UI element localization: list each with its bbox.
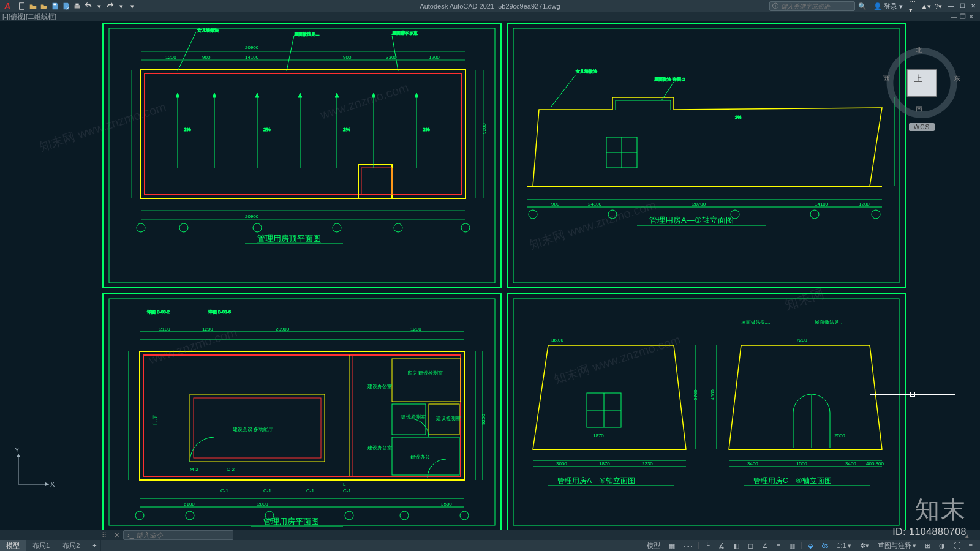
- qat-dropdown-icon[interactable]: ▾: [94, 1, 104, 11]
- new-icon[interactable]: [17, 1, 27, 11]
- viewport-label[interactable]: [-][俯视][二维线框]: [2, 12, 56, 21]
- doc-close-button[interactable]: ✕: [968, 13, 974, 21]
- svg-text:2%: 2%: [184, 127, 191, 132]
- svg-text:屋面做法见…: 屋面做法见…: [294, 32, 320, 37]
- svg-line-65: [551, 75, 576, 107]
- cmdline-close-icon[interactable]: ✕: [114, 531, 119, 539]
- cmd-recent-icon[interactable]: ▴: [965, 531, 980, 539]
- svg-text:2%: 2%: [263, 127, 271, 132]
- doc-restore-button[interactable]: ❐: [960, 13, 966, 21]
- svg-text:2%: 2%: [343, 127, 350, 132]
- svg-text:400 800: 400 800: [866, 461, 884, 467]
- svg-text:M-2: M-2: [190, 467, 198, 472]
- maximize-button[interactable]: ☐: [957, 1, 968, 12]
- svg-text:建设检测室: 建设检测室: [435, 416, 461, 421]
- svg-text:3500: 3500: [441, 501, 452, 507]
- svg-text:1200: 1200: [859, 201, 870, 207]
- close-button[interactable]: ✕: [968, 1, 979, 12]
- a360-icon[interactable]: ▲▾: [921, 1, 931, 11]
- help-search[interactable]: ⓘ: [769, 1, 855, 11]
- save-icon[interactable]: [50, 1, 60, 11]
- ortho-icon[interactable]: └: [701, 540, 714, 551]
- drawing-canvas[interactable]: 2%2%2%2% 20900 12009001410090033001200 2…: [0, 21, 980, 530]
- svg-text:C-1: C-1: [306, 488, 314, 493]
- qat-dropdown2-icon[interactable]: ▾: [116, 1, 126, 11]
- app-exchange-icon[interactable]: ⋯▾: [909, 1, 919, 11]
- svg-text:库房 建设检测室: 库房 建设检测室: [407, 370, 443, 376]
- svg-text:1870: 1870: [599, 461, 610, 467]
- workspace-label[interactable]: 草图与注释 ▾: [874, 540, 920, 551]
- layout-tab-add[interactable]: +: [86, 540, 101, 551]
- svg-rect-11: [513, 299, 899, 525]
- command-input[interactable]: [136, 531, 222, 539]
- svg-text:20900: 20900: [276, 326, 290, 332]
- layout-tab-model[interactable]: 模型: [0, 540, 26, 551]
- selection-cycling-icon[interactable]: ⬙: [804, 540, 816, 551]
- svg-text:建设办公室: 建设办公室: [367, 384, 392, 389]
- svg-text:女儿墙做法: 女儿墙做法: [197, 28, 219, 33]
- svg-text:1200: 1200: [202, 326, 213, 332]
- svg-text:1870: 1870: [593, 433, 604, 438]
- viewcube-top[interactable]: 上: [914, 73, 922, 84]
- user-icon: 👤: [873, 2, 882, 10]
- svg-rect-13: [145, 73, 462, 195]
- help-search-input[interactable]: [781, 3, 852, 10]
- svg-text:14100: 14100: [815, 201, 829, 207]
- command-input-box[interactable]: ›_: [123, 530, 233, 540]
- snap-icon[interactable]: ∷∷: [680, 540, 696, 551]
- svg-text:详图 B-03-2: 详图 B-03-2: [147, 310, 170, 314]
- open-icon[interactable]: [28, 1, 38, 11]
- svg-text:20900: 20900: [245, 214, 259, 219]
- viewcube[interactable]: 北 南 西 东 上 WCS: [882, 45, 962, 131]
- svg-text:门厅: 门厅: [152, 415, 157, 425]
- svg-text:2%: 2%: [735, 115, 741, 119]
- polar-icon[interactable]: ∡: [715, 540, 728, 551]
- minimize-button[interactable]: —: [946, 1, 957, 12]
- svg-text:建设办公室: 建设办公室: [367, 445, 392, 451]
- layout-tab-layout1[interactable]: 布局1: [26, 540, 56, 551]
- svg-text:1200: 1200: [429, 54, 440, 60]
- otrack-icon[interactable]: ∠: [758, 540, 772, 551]
- svg-text:3400: 3400: [845, 461, 856, 467]
- svg-text:C-1: C-1: [343, 488, 351, 493]
- undo-icon[interactable]: [83, 1, 93, 11]
- svg-text:5700: 5700: [693, 389, 698, 400]
- svg-text:屋面做法见…: 屋面做法见…: [815, 320, 844, 325]
- search-icon[interactable]: 🔍: [858, 1, 867, 11]
- transparency-icon[interactable]: ▥: [785, 540, 799, 551]
- wcs-badge[interactable]: WCS: [909, 123, 935, 131]
- grid-icon[interactable]: ▦: [665, 540, 679, 551]
- svg-rect-4: [103, 23, 501, 288]
- svg-point-122: [460, 511, 469, 520]
- lineweight-icon[interactable]: ≡: [773, 540, 784, 551]
- svg-text:3400: 3400: [747, 461, 758, 467]
- clean-screen-icon[interactable]: ⛶: [950, 540, 964, 551]
- cmdline-handle-icon[interactable]: ⠿: [98, 531, 110, 539]
- login-button[interactable]: 👤 登录 ▾: [870, 2, 907, 11]
- anno-scale[interactable]: 1:1 ▾: [833, 540, 854, 551]
- doc-minimize-button[interactable]: —: [951, 13, 957, 21]
- svg-text:屋面做法见…: 屋面做法见…: [741, 320, 771, 325]
- svg-point-43: [253, 223, 262, 232]
- osnap-icon[interactable]: ◻: [744, 540, 757, 551]
- model-space-toggle[interactable]: 模型: [643, 540, 664, 551]
- hardware-accel-icon[interactable]: ⊞: [921, 540, 934, 551]
- redo-icon[interactable]: [105, 1, 115, 11]
- saveas-icon[interactable]: [61, 1, 71, 11]
- viewcube-s: 南: [916, 104, 922, 113]
- svg-text:C-1: C-1: [221, 488, 228, 493]
- annotation-monitor-icon[interactable]: 🙵: [818, 540, 832, 551]
- plot-icon[interactable]: [72, 1, 82, 11]
- svg-text:7200: 7200: [796, 337, 807, 343]
- svg-text:C-1: C-1: [263, 488, 271, 493]
- workspace-icon[interactable]: ✲▾: [856, 540, 873, 551]
- svg-point-118: [186, 511, 194, 520]
- isolate-icon[interactable]: ◑: [935, 540, 949, 551]
- open-folder-icon[interactable]: [39, 1, 49, 11]
- svg-text:20700: 20700: [692, 201, 706, 207]
- layout-tab-layout2[interactable]: 布局2: [56, 540, 86, 551]
- help-icon[interactable]: ?▾: [933, 1, 943, 11]
- isodraft-icon[interactable]: ◧: [729, 540, 743, 551]
- customize-icon[interactable]: ≡: [965, 540, 976, 551]
- qat-more-icon[interactable]: ▾: [127, 1, 137, 11]
